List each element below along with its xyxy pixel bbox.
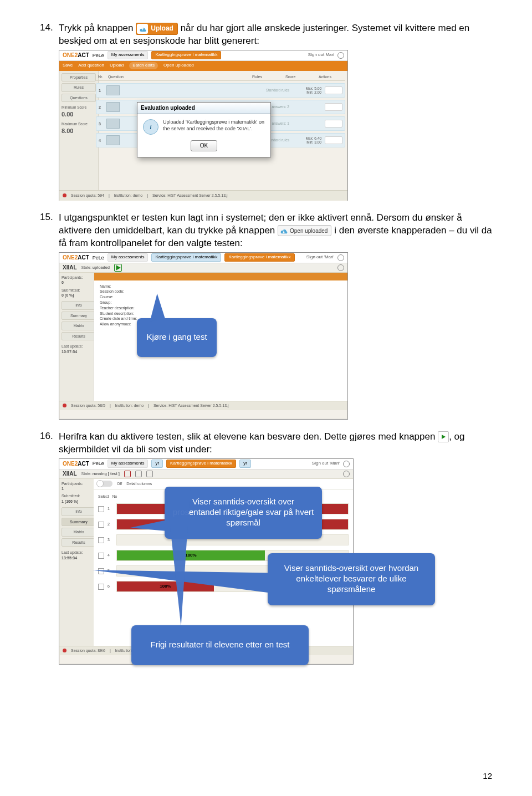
brand-logo: ONE2ACT (63, 460, 89, 468)
s3-side-results[interactable]: Results (62, 538, 96, 547)
row-checkbox[interactable] (98, 553, 104, 559)
edit-icon[interactable] (325, 103, 342, 111)
play-icon[interactable] (114, 264, 122, 272)
s2-info-block: Name: Session code: Course: Group: Teach… (94, 280, 347, 330)
s2-signout[interactable]: Sign out 'Mari' (306, 254, 334, 261)
tab-right-3[interactable]: yr (239, 460, 251, 468)
screenshot-upload-confirmation: ONE2ACT PeLe My assessments Kartleggings… (59, 50, 348, 201)
stop-icon[interactable] (124, 471, 131, 477)
upload-confirmation-dialog: Evaluation uploaded i Uploaded 'Kartlegg… (137, 102, 271, 157)
tab-mid-2[interactable]: Kartleggingsprøve i matematikk (151, 253, 221, 262)
callout-tail (161, 487, 191, 626)
s1-min-label: Minimum Score (62, 105, 96, 110)
row-thumb (106, 119, 120, 129)
item-16-pre: Herifra kan du aktivere testen, slik at … (59, 431, 438, 442)
pause-icon[interactable] (135, 471, 142, 477)
gear-icon[interactable] (337, 264, 344, 271)
tab-my-assessments[interactable]: My assessments (108, 460, 149, 468)
s2-header: ONE2ACT PeLe My assessments Kartleggings… (59, 253, 347, 263)
gear-icon[interactable] (337, 52, 344, 59)
detail-toggle[interactable] (97, 481, 112, 487)
s3-side-summary[interactable]: Summary (62, 518, 96, 526)
s1-add[interactable]: Add question (78, 63, 104, 69)
tab-mid-3[interactable]: yr (151, 460, 163, 468)
s1-batch[interactable]: Batch edits (129, 62, 158, 69)
s3-header: ONE2ACT PeLe My assessments yr Kartleggi… (59, 459, 353, 470)
screenshot-control-panel: ONE2ACT PeLe My assessments Kartleggings… (59, 252, 348, 420)
edit-icon[interactable] (325, 136, 342, 144)
list-number-14: 14. (40, 22, 59, 208)
gear-icon[interactable] (343, 471, 350, 477)
s1-side-properties[interactable]: Properties (62, 73, 96, 81)
dialog-message: Uploaded 'Kartleggingsprøve i matematikk… (163, 119, 265, 135)
s1-pele: PeLe (93, 52, 104, 59)
s2-statebar: XIIAL State: uploaded (59, 263, 347, 273)
s1-signout[interactable]: Sign out Mari (308, 52, 334, 58)
gear-icon[interactable] (337, 254, 344, 261)
list-number-15: 15. (40, 212, 59, 427)
s3-signout[interactable]: Sign out 'Mari' (312, 461, 340, 467)
s1-upload[interactable]: Upload (110, 63, 124, 69)
question-row[interactable]: 1 Standard rules Max: 5.00Min: 2.00 (96, 83, 345, 98)
tab-active-1[interactable]: Kartleggingsprøve i matematikk (151, 51, 221, 59)
session-code: XIIAL (63, 470, 77, 478)
callout-tail (130, 520, 167, 531)
item-14-pre: Trykk på knappen (59, 23, 136, 33)
edit-icon[interactable] (325, 120, 342, 127)
s1-save[interactable]: Save (63, 63, 73, 69)
s2-side-results[interactable]: Results (62, 332, 96, 340)
brand-logo: ONE2ACT (63, 254, 89, 262)
s3-sidebar: Participants: 1 Submitted: 1 (100 %) Inf… (59, 479, 99, 646)
tab-my-assessments[interactable]: My assessments (108, 51, 149, 59)
item-16-text: Herifra kan du aktivere testen, slik at … (59, 431, 492, 672)
s1-max-val: 8.00 (62, 127, 96, 135)
s1-openup[interactable]: Open uploaded (163, 63, 194, 69)
row-thumb (106, 102, 120, 112)
item-15-text: I utgangspunktet er testen kun lagt inn … (59, 212, 492, 427)
row-checkbox[interactable] (98, 537, 104, 543)
status-dot-icon (63, 193, 66, 197)
list-number-16: 16. (40, 431, 59, 672)
s3-side-info[interactable]: Info (62, 507, 96, 516)
s1-footer: Session quota: 594 |Institution: demo |S… (59, 190, 347, 201)
s2-pele: PeLe (93, 254, 104, 261)
s1-max-label: Maximum Score (62, 122, 96, 127)
edit-icon[interactable] (325, 86, 342, 94)
s1-side-questions[interactable]: Questions (62, 94, 96, 102)
s2-side-summary[interactable]: Summary (62, 312, 96, 320)
gear-icon[interactable] (343, 461, 350, 467)
screenshot-running-summary: ONE2ACT PeLe My assessments yr Kartleggi… (59, 458, 354, 665)
download-cloud-icon (279, 227, 288, 234)
s1-min-val: 0.00 (62, 110, 96, 119)
s2-main: Name: Session code: Course: Group: Teach… (94, 273, 347, 401)
play-button-inline[interactable] (438, 431, 449, 442)
dialog-title: Evaluation uploaded (137, 103, 270, 114)
s2-orange-banner[interactable] (94, 273, 347, 280)
callout-matrix-per-student: Viser sanntids-oversikt over hvordan enk… (268, 553, 435, 605)
session-code: XIIAL (63, 264, 77, 272)
s3-statebar: XIIAL State: running [ test ] (59, 470, 353, 479)
open-uploaded-button-inline[interactable]: Open uploaded (278, 225, 331, 236)
dialog-ok-button[interactable]: OK (191, 140, 217, 151)
page-number: 12 (483, 771, 492, 780)
upload-cloud-icon (137, 24, 148, 34)
s2-side-info[interactable]: Info (62, 301, 96, 309)
tab-my-assessments[interactable]: My assessments (108, 253, 149, 262)
release-icon[interactable] (146, 471, 153, 477)
s1-side-rules[interactable]: Rules (62, 83, 96, 91)
status-dot-icon (63, 649, 66, 652)
upload-button-label: Upload (151, 24, 173, 33)
s2-footer: Session quota: 58/5 |Institution: demo |… (59, 401, 347, 410)
row-checkbox[interactable] (98, 522, 104, 528)
row-checkbox[interactable] (98, 506, 104, 512)
open-uploaded-label: Open uploaded (290, 227, 328, 235)
s2-side-matrix[interactable]: Matrix (62, 322, 96, 330)
upload-button-inline[interactable]: Upload (136, 23, 178, 35)
row-thumb (106, 85, 120, 95)
status-dot-icon (63, 404, 66, 407)
s1-toolbar: Save Add question Upload Batch edits Ope… (59, 61, 347, 71)
s3-pele: PeLe (93, 460, 104, 467)
tab-active-2[interactable]: Kartleggingsprøve i matematikk (224, 253, 294, 262)
tab-active-3[interactable]: Kartleggingsprøve i matematikk (166, 460, 236, 468)
s3-side-matrix[interactable]: Matrix (62, 528, 96, 536)
